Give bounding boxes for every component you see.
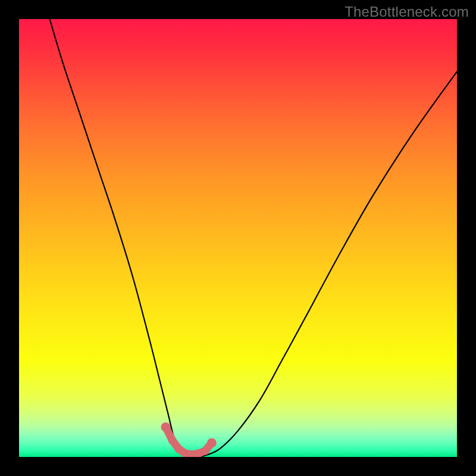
valley-markers-group xyxy=(161,422,217,457)
bottleneck-curve xyxy=(50,19,457,457)
curve-layer xyxy=(19,19,457,457)
valley-marker xyxy=(168,436,177,444)
plot-area xyxy=(19,19,457,457)
watermark-text: TheBottleneck.com xyxy=(345,4,469,20)
valley-marker xyxy=(207,438,217,447)
valley-marker xyxy=(201,447,209,455)
chart-frame: TheBottleneck.com xyxy=(0,0,476,476)
valley-marker xyxy=(161,422,171,432)
